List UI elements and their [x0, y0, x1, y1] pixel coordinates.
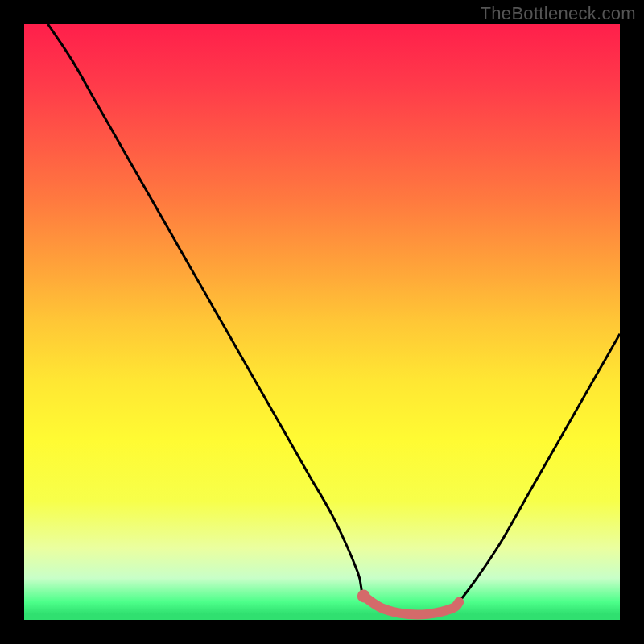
bottleneck-curve [48, 24, 620, 615]
highlight-segment [364, 596, 459, 614]
watermark-text: TheBottleneck.com [481, 3, 636, 24]
curve-svg [24, 24, 620, 620]
highlight-dot [357, 589, 370, 602]
plot-area [24, 24, 620, 620]
chart-frame: TheBottleneck.com [0, 0, 644, 644]
